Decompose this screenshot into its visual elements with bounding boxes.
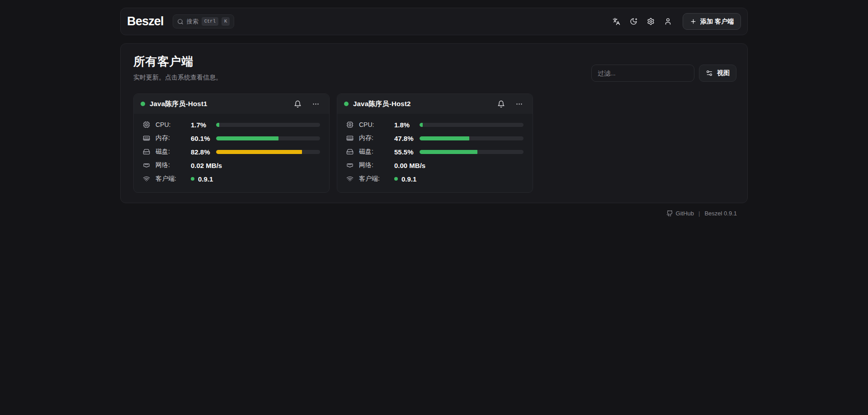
stat-meter-fill	[216, 123, 219, 127]
agent-status-dot	[191, 177, 194, 181]
stat-value: 1.8%	[394, 121, 420, 129]
stat-row: 磁盘: 82.8%	[143, 145, 320, 159]
view-options-label: 视图	[717, 69, 730, 77]
cpu-icon	[143, 121, 156, 128]
stat-value: 1.7%	[191, 121, 216, 129]
disk-icon	[143, 148, 156, 155]
status-dot	[344, 102, 349, 106]
page-subtitle: 实时更新。点击系统查看信息。	[133, 74, 222, 82]
stat-row: 内存: 47.8%	[346, 131, 524, 145]
stat-row: 内存: 60.1%	[143, 131, 320, 145]
stat-meter	[420, 136, 524, 140]
status-dot	[141, 102, 145, 106]
user-menu-button[interactable]	[659, 13, 676, 30]
stat-value: 0.02 MB/s	[191, 162, 216, 169]
system-card[interactable]: Java陈序员-Host1 CPU: 1.7% 内存: 60.1%	[133, 93, 330, 193]
stat-label: 内存:	[359, 134, 394, 142]
bell-icon	[294, 100, 302, 108]
system-card-header[interactable]: Java陈序员-Host2	[337, 94, 533, 114]
search-placeholder: 搜索	[187, 18, 198, 26]
stat-meter-fill	[420, 136, 469, 140]
kbd-k: K	[222, 17, 230, 26]
more-options-button[interactable]	[512, 97, 526, 111]
stat-meter	[420, 123, 524, 127]
network-icon	[143, 162, 156, 169]
moon-star-icon	[630, 18, 637, 25]
stat-value: 47.8%	[394, 135, 420, 142]
wifi-icon	[143, 175, 156, 182]
stat-value: 0.9.1	[394, 175, 420, 183]
bell-icon	[497, 100, 505, 108]
cpu-icon	[346, 121, 359, 128]
stat-label: 网络:	[359, 161, 394, 169]
stat-row: 网络: 0.02 MB/s	[143, 159, 320, 172]
system-cards-grid: Java陈序员-Host1 CPU: 1.7% 内存: 60.1%	[133, 93, 736, 193]
top-navigation-bar: Beszel 搜索 Ctrl K	[120, 8, 748, 35]
network-icon	[346, 162, 359, 169]
stat-label: 客户端:	[156, 175, 191, 183]
stat-meter-fill	[216, 150, 302, 154]
stat-row: CPU: 1.8%	[346, 118, 524, 131]
stat-label: 磁盘:	[156, 148, 191, 156]
stat-meter-fill	[216, 136, 278, 140]
github-label: GitHub	[676, 210, 694, 217]
settings-button[interactable]	[642, 13, 659, 30]
system-card-body: CPU: 1.7% 内存: 60.1% 磁盘: 82.8% 网络: 0.02 M…	[134, 114, 329, 192]
view-options-button[interactable]: 视图	[699, 65, 736, 82]
stat-meter	[216, 136, 320, 140]
filter-input[interactable]	[591, 65, 694, 82]
stat-value: 60.1%	[191, 135, 216, 142]
search-input[interactable]: 搜索 Ctrl K	[173, 14, 235, 28]
stat-value: 55.5%	[394, 148, 420, 156]
theme-toggle-button[interactable]	[625, 13, 642, 30]
stat-row: 客户端: 0.9.1	[346, 172, 524, 186]
stat-value: 82.8%	[191, 148, 216, 156]
stat-row: 客户端: 0.9.1	[143, 172, 320, 186]
add-agent-label: 添加 客户端	[700, 18, 734, 26]
agent-status-dot	[394, 177, 398, 181]
stat-row: 网络: 0.00 MB/s	[346, 159, 524, 172]
system-name: Java陈序员-Host2	[353, 100, 490, 108]
stat-meter-fill	[420, 150, 477, 154]
stat-label: 网络:	[156, 161, 191, 169]
more-options-button[interactable]	[309, 97, 322, 111]
stat-label: 内存:	[156, 134, 191, 142]
ellipsis-icon	[515, 100, 523, 108]
stat-meter	[216, 150, 320, 154]
add-agent-button[interactable]: 添加 客户端	[683, 13, 741, 30]
footer: GitHub | Beszel 0.9.1	[120, 210, 748, 217]
stat-meter	[420, 150, 524, 154]
alerts-button[interactable]	[494, 97, 508, 111]
beszel-logo: Beszel	[127, 14, 164, 28]
page-container: Beszel 搜索 Ctrl K	[120, 0, 748, 217]
panel-heading: 所有客户端 实时更新。点击系统查看信息。	[133, 54, 222, 82]
wifi-icon	[346, 175, 359, 182]
footer-separator: |	[698, 210, 700, 217]
stat-label: CPU:	[359, 121, 394, 128]
view-settings-icon	[706, 70, 713, 77]
stat-meter	[216, 123, 320, 127]
system-card-header[interactable]: Java陈序员-Host1	[134, 94, 329, 114]
footer-version: Beszel 0.9.1	[704, 210, 737, 217]
disk-icon	[346, 148, 359, 155]
stat-label: CPU:	[156, 121, 191, 128]
stat-row: CPU: 1.7%	[143, 118, 320, 131]
language-button[interactable]	[608, 13, 625, 30]
stat-meter-fill	[420, 123, 423, 127]
memory-icon	[143, 135, 156, 142]
all-systems-panel: 所有客户端 实时更新。点击系统查看信息。 视图 Java陈序员-Host1	[120, 43, 748, 203]
memory-icon	[346, 135, 359, 142]
search-icon	[177, 19, 184, 25]
languages-icon	[613, 18, 620, 25]
system-name: Java陈序员-Host1	[150, 100, 286, 108]
page-title: 所有客户端	[133, 54, 222, 70]
alerts-button[interactable]	[291, 97, 304, 111]
stat-value: 0.00 MB/s	[394, 162, 420, 169]
user-icon	[664, 18, 672, 25]
stat-label: 客户端:	[359, 175, 394, 183]
system-card[interactable]: Java陈序员-Host2 CPU: 1.8% 内存: 47.8%	[337, 93, 533, 193]
system-card-body: CPU: 1.8% 内存: 47.8% 磁盘: 55.5% 网络: 0.00 M…	[337, 114, 533, 192]
stat-value: 0.9.1	[191, 175, 216, 183]
gear-icon	[647, 18, 655, 25]
github-link[interactable]: GitHub	[666, 210, 694, 217]
